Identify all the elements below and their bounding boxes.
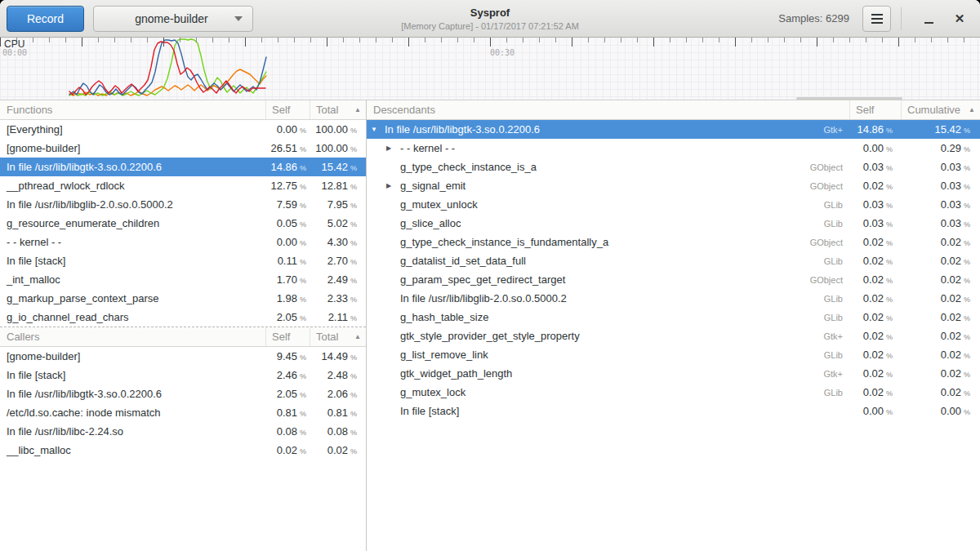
descendants-table-header: Descendants Self Cumulative ▲ [367, 100, 980, 120]
self-cell: 0.11% [265, 255, 310, 267]
tree-row[interactable]: g_mutex_lockGLib0.02%0.02% [367, 383, 980, 402]
cumulative-cell: 15.42% [901, 123, 980, 136]
percent-sign: % [350, 183, 357, 191]
table-row[interactable]: [gnome-builder]9.45%14.49% [0, 347, 366, 366]
functions-total-column-header[interactable]: Total ▲ [310, 100, 366, 119]
self-cell: 0.03% [849, 161, 901, 173]
descendant-name-cell: g_mutex_unlockGLib [367, 198, 849, 211]
tree-row[interactable]: ▶- - kernel - -0.00%0.29% [367, 139, 980, 158]
percent-sign: % [350, 258, 357, 266]
self-cell: 0.00% [265, 236, 310, 248]
expander-closed-icon[interactable]: ▶ [386, 182, 400, 189]
cpu-visualizer[interactable]: CPU 00:0000:30 [0, 38, 980, 100]
callers-column-header[interactable]: Callers [0, 331, 265, 343]
percent-sign: % [964, 202, 970, 210]
table-row[interactable]: [gnome-builder]26.51%100.00% [0, 139, 366, 158]
percent-sign: % [886, 314, 893, 322]
table-row[interactable]: g_resource_enumerate_children0.05%5.02% [0, 214, 366, 233]
table-row[interactable]: /etc/ld.so.cache: inode mismatch0.81%0.8… [0, 403, 366, 422]
tree-row[interactable]: g_mutex_unlockGLib0.03%0.03% [367, 195, 980, 214]
table-row[interactable]: g_io_channel_read_chars2.05%2.11% [0, 308, 366, 327]
percent-sign: % [886, 127, 893, 135]
functions-self-column-header[interactable]: Self [265, 100, 310, 119]
tree-row[interactable]: In file /usr/lib/libglib-2.0.so.0.5000.2… [367, 289, 980, 308]
percent-value: 0.02 [277, 444, 297, 456]
target-dropdown[interactable]: gnome-builder [93, 6, 253, 32]
tree-row[interactable]: g_hash_table_sizeGLib0.02%0.02% [367, 308, 980, 327]
window-subtitle: [Memory Capture] - 01/17/2017 07:21:52 A… [401, 21, 579, 31]
self-cell: 7.59% [265, 198, 310, 211]
cumulative-cell: 0.02% [901, 311, 980, 323]
percent-value: 2.05 [277, 388, 297, 400]
table-row[interactable]: In file /usr/lib/libgtk-3.so.0.2200.62.0… [0, 384, 366, 403]
table-row[interactable]: __libc_malloc0.02%0.02% [0, 441, 366, 460]
percent-value: 0.03 [863, 161, 884, 173]
cpu-graph-lines [0, 38, 980, 100]
percent-sign: % [300, 277, 306, 285]
percent-value: 2.48 [327, 369, 348, 381]
expander-closed-icon[interactable]: ▶ [386, 144, 400, 152]
descendant-name-cell: ▶g_signal_emitGObject [367, 180, 849, 192]
percent-value: 0.02 [941, 367, 961, 380]
table-row[interactable]: _int_malloc1.70%2.49% [0, 270, 366, 289]
cumulative-cell: 0.03% [901, 217, 980, 229]
descendant-name-cell: In file /usr/lib/libglib-2.0.so.0.5000.2… [367, 292, 849, 304]
function-name: /etc/ld.so.cache: inode mismatch [7, 407, 161, 419]
tree-row[interactable]: g_list_remove_linkGLib0.02%0.02% [367, 345, 980, 364]
tree-row[interactable]: gtk_style_provider_get_style_propertyGtk… [367, 327, 980, 345]
descendants-self-column-header[interactable]: Self [849, 100, 901, 119]
tree-row[interactable]: g_datalist_id_set_data_fullGLib0.02%0.02… [367, 251, 980, 270]
percent-value: 0.02 [863, 292, 884, 304]
function-name: In file /usr/lib/libgtk-3.so.0.2200.6 [7, 388, 162, 400]
cumulative-cell: 0.02% [901, 255, 980, 267]
percent-value: 100.00 [315, 123, 348, 136]
callers-total-column-header[interactable]: Total ▲ [310, 327, 366, 346]
descendant-name: In file /usr/lib/libgtk-3.so.0.2200.6 [385, 123, 540, 136]
close-button[interactable]: ✕ [947, 7, 972, 31]
table-row[interactable]: In file /usr/lib/libgtk-3.so.0.2200.614.… [0, 158, 366, 176]
tree-row[interactable]: gtk_widget_path_lengthGtk+0.02%0.02% [367, 364, 980, 383]
tree-row[interactable]: ▼In file /usr/lib/libgtk-3.so.0.2200.6Gt… [367, 120, 980, 139]
table-row[interactable]: In file [stack]0.11%2.70% [0, 251, 366, 270]
percent-value: 0.02 [863, 311, 884, 323]
self-cell: 0.02% [849, 311, 901, 323]
functions-column-header[interactable]: Functions [0, 104, 265, 116]
descendant-name-cell: g_slice_allocGLib [367, 217, 849, 229]
self-cell: 1.70% [265, 273, 310, 286]
table-row[interactable]: - - kernel - -0.00%4.30% [0, 233, 366, 251]
expander-open-icon[interactable]: ▼ [371, 126, 385, 133]
table-row[interactable]: __pthread_rwlock_rdlock12.75%12.81% [0, 176, 366, 195]
descendant-name-cell: gtk_style_provider_get_style_propertyGtk… [367, 330, 849, 342]
descendant-name: In file /usr/lib/libglib-2.0.so.0.5000.2 [400, 292, 567, 304]
percent-sign: % [964, 220, 970, 229]
samples-count: Samples: 6299 [778, 12, 849, 24]
table-row[interactable]: In file /usr/lib/libc-2.24.so0.08%0.08% [0, 422, 366, 441]
tree-row[interactable]: g_type_check_instance_is_aGObject0.03%0.… [367, 158, 980, 176]
menu-button[interactable] [862, 6, 891, 32]
percent-sign: % [350, 391, 357, 399]
record-button[interactable]: Record [7, 6, 84, 32]
tree-row[interactable]: In file [stack]0.00%0.00% [367, 402, 980, 420]
tree-row[interactable]: g_param_spec_get_redirect_targetGObject0… [367, 270, 980, 289]
percent-sign: % [964, 145, 970, 153]
table-row[interactable]: g_markup_parse_context_parse1.98%2.33% [0, 289, 366, 308]
window-title: Sysprof [470, 7, 510, 19]
percent-sign: % [886, 258, 893, 266]
tree-row[interactable]: g_type_check_instance_is_fundamentally_a… [367, 233, 980, 251]
tree-row[interactable]: g_slice_allocGLib0.03%0.03% [367, 214, 980, 233]
descendant-name-cell: g_list_remove_linkGLib [367, 349, 849, 361]
right-panel: Descendants Self Cumulative ▲ ▼In file /… [367, 100, 980, 551]
total-cell: 100.00% [310, 142, 366, 154]
graph-scrollbar[interactable] [796, 97, 902, 100]
self-cell: 0.05% [265, 217, 310, 229]
descendants-column-header[interactable]: Descendants [367, 104, 849, 116]
table-row[interactable]: In file /usr/lib/libglib-2.0.so.0.5000.2… [0, 195, 366, 214]
minimize-button[interactable] [916, 7, 941, 31]
table-row[interactable]: In file [stack]2.46%2.48% [0, 366, 366, 384]
table-row[interactable]: [Everything]0.00%100.00% [0, 120, 366, 139]
percent-value: 0.00 [277, 123, 297, 136]
descendants-cumulative-column-header[interactable]: Cumulative ▲ [901, 100, 980, 119]
tree-row[interactable]: ▶g_signal_emitGObject0.02%0.03% [367, 176, 980, 195]
callers-self-column-header[interactable]: Self [265, 327, 310, 346]
total-cell: 15.42% [310, 161, 366, 173]
